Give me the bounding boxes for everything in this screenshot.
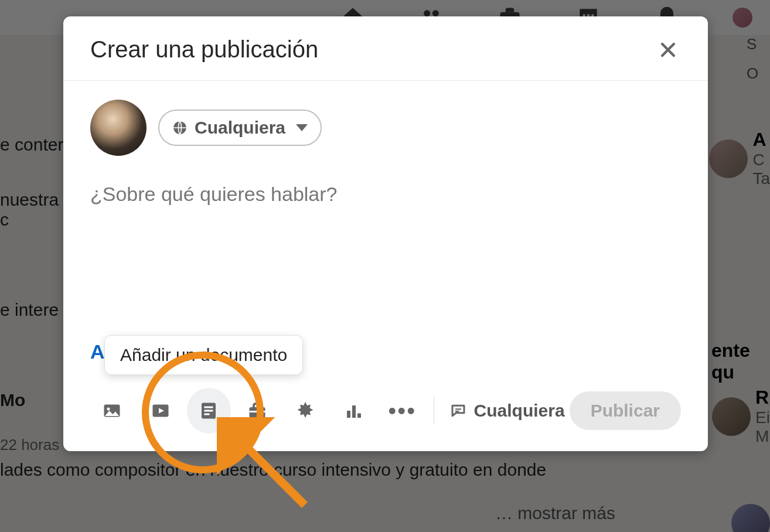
close-icon — [658, 40, 678, 60]
svg-point-8 — [107, 407, 110, 410]
starburst-icon — [295, 400, 316, 421]
publish-button[interactable]: Publicar — [570, 391, 681, 430]
add-photo-button[interactable] — [90, 388, 134, 434]
add-document-button[interactable] — [187, 388, 231, 434]
modal-header: Crear una publicación — [63, 16, 708, 81]
add-job-button[interactable] — [236, 388, 280, 434]
modal-body: Cualquiera A — [63, 81, 708, 377]
document-icon — [198, 400, 219, 421]
avatar — [90, 100, 146, 156]
audience-label: Cualquiera — [195, 118, 285, 138]
image-icon — [101, 400, 122, 421]
divider — [434, 397, 434, 425]
svg-rect-11 — [205, 407, 213, 408]
close-button[interactable] — [655, 37, 681, 63]
add-document-tooltip: Añadir un documento — [104, 335, 303, 375]
svg-rect-12 — [205, 410, 213, 412]
video-icon — [150, 400, 171, 421]
svg-rect-20 — [455, 411, 459, 412]
modal-title: Crear una publicación — [90, 36, 318, 63]
caret-down-icon — [296, 124, 308, 131]
author-row: Cualquiera — [90, 100, 681, 156]
comment-scope-button[interactable]: Cualquiera — [449, 401, 565, 421]
svg-rect-19 — [455, 408, 461, 410]
ellipsis-icon: ••• — [388, 399, 416, 422]
bar-chart-icon — [343, 400, 364, 421]
svg-rect-13 — [205, 414, 210, 415]
add-video-button[interactable] — [139, 388, 183, 434]
celebrate-button[interactable] — [284, 388, 328, 434]
add-poll-button[interactable] — [332, 388, 376, 434]
audience-selector[interactable]: Cualquiera — [158, 110, 322, 146]
globe-icon — [172, 120, 188, 135]
briefcase-icon — [247, 400, 268, 421]
add-hashtag-hint[interactable]: A — [90, 340, 105, 363]
speech-bubble-icon — [449, 402, 467, 420]
svg-rect-15 — [249, 411, 265, 412]
post-textarea[interactable] — [90, 183, 681, 251]
comment-scope-label: Cualquiera — [474, 401, 565, 421]
more-options-button[interactable]: ••• — [380, 388, 424, 434]
svg-rect-16 — [347, 411, 350, 418]
svg-rect-18 — [357, 414, 361, 418]
create-post-modal: Crear una publicación Cualquiera A — [63, 16, 708, 451]
modal-footer: ••• Cualquiera Publicar — [63, 377, 708, 451]
svg-rect-17 — [352, 405, 356, 418]
